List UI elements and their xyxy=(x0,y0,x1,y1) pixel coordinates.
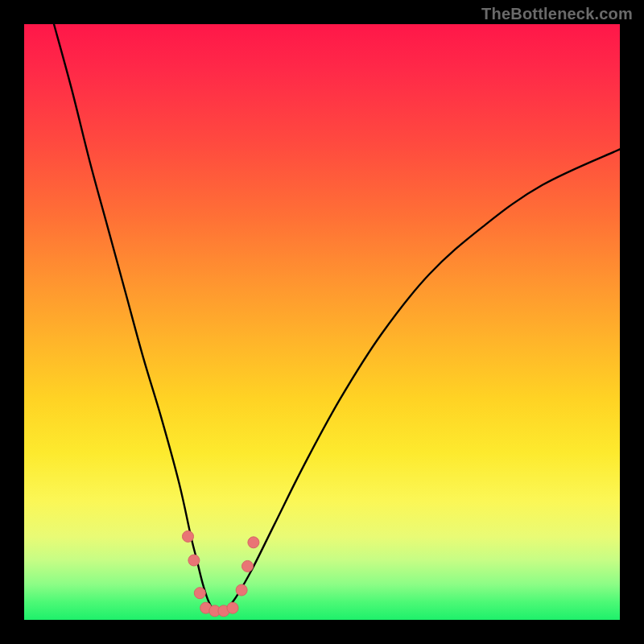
marker-dot xyxy=(188,555,200,566)
marker-dot xyxy=(227,602,238,613)
marker-dot xyxy=(183,530,194,542)
marker-dot xyxy=(194,588,205,599)
chart-frame: TheBottleneck.com xyxy=(0,0,644,644)
plot-area xyxy=(24,24,620,620)
curve-path xyxy=(54,24,620,612)
marker-dot xyxy=(242,560,254,572)
marker-dot xyxy=(248,537,259,548)
bottleneck-curve xyxy=(24,24,620,620)
watermark-text: TheBottleneck.com xyxy=(481,5,633,23)
marker-dot xyxy=(236,584,247,596)
marker-group xyxy=(183,530,259,617)
